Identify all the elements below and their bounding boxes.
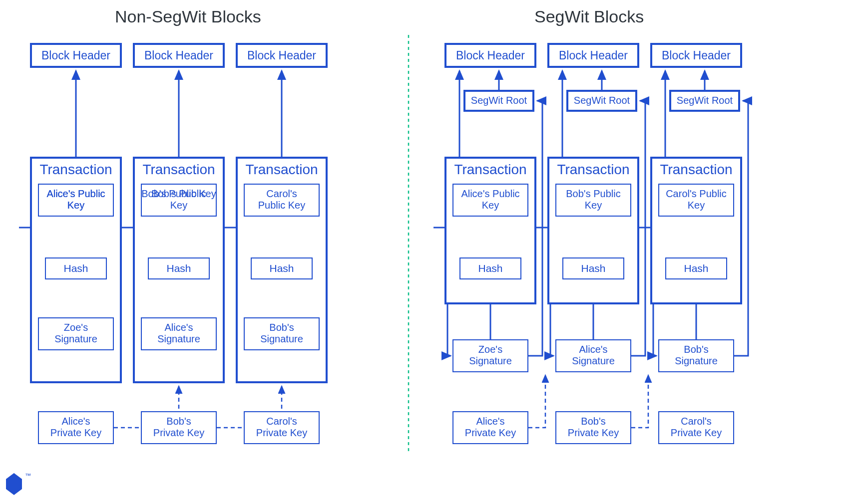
block-header-label: Block Header (547, 49, 639, 62)
hash-label: Hash (562, 262, 624, 274)
transaction-label: Transaction (444, 162, 536, 178)
transaction-label: Transaction (133, 162, 225, 178)
private-key-label: Bob'sPrivate Key (141, 416, 217, 439)
block-header-label: Block Header (236, 49, 328, 62)
block-header-label: Block Header (30, 49, 122, 62)
transaction-box (547, 157, 639, 304)
pk-b: Bob's PublicKey (141, 188, 217, 211)
private-key-label: Alice'sPrivate Key (38, 416, 114, 439)
public-key-label: Carol's PublicKey (658, 188, 734, 211)
transaction-box (444, 157, 536, 304)
hash-label: Hash (148, 262, 210, 274)
transaction-label: Transaction (650, 162, 742, 178)
logo-mark: ™ (3, 472, 31, 502)
title-left: Non-SegWit Blocks (115, 7, 261, 26)
segwit-root-label: SegWit Root (463, 95, 534, 106)
title-right: SegWit Blocks (534, 7, 644, 26)
block-header-label: Block Header (650, 49, 742, 62)
segwit-root-label: SegWit Root (566, 95, 637, 106)
hash-label: Hash (251, 262, 313, 274)
public-key-label: Carol'sPublic Key (244, 188, 320, 211)
pk-a: Alice's PublicKey (38, 188, 114, 211)
arrow-tx-sig (653, 304, 656, 356)
hash-label: Hash (45, 262, 107, 274)
private-key-label: Carol'sPrivate Key (658, 416, 734, 439)
transaction-box (650, 157, 742, 304)
hash-label: Hash (665, 262, 727, 274)
block-header-label: Block Header (444, 49, 536, 62)
arrow-priv-next-sig (528, 375, 545, 428)
signature-label: Bob'sSignature (244, 322, 320, 345)
arrow-tx-sig (550, 304, 553, 356)
public-key-label: Bob's PublicKey (555, 188, 631, 211)
arrow-priv-next-sig (631, 375, 648, 428)
public-key-label: Alice's PublicKey (452, 188, 528, 211)
private-key-label: Alice'sPrivate Key (452, 416, 528, 439)
block-header-label: Block Header (133, 49, 225, 62)
private-key-label: Bob'sPrivate Key (555, 416, 631, 439)
signature-label: Zoe'sSignature (38, 322, 114, 345)
hash-label: Hash (459, 262, 521, 274)
signature-label: Alice'sSignature (555, 344, 631, 367)
transaction-label: Transaction (30, 162, 122, 178)
signature-label: Zoe'sSignature (452, 344, 528, 367)
transaction-label: Transaction (547, 162, 639, 178)
signature-label: Bob'sSignature (658, 344, 734, 367)
private-key-label: Carol'sPrivate Key (244, 416, 320, 439)
transaction-label: Transaction (236, 162, 328, 178)
signature-label: Alice'sSignature (141, 322, 217, 345)
arrow-tx-sig (447, 304, 450, 356)
segwit-root-label: SegWit Root (669, 95, 740, 106)
